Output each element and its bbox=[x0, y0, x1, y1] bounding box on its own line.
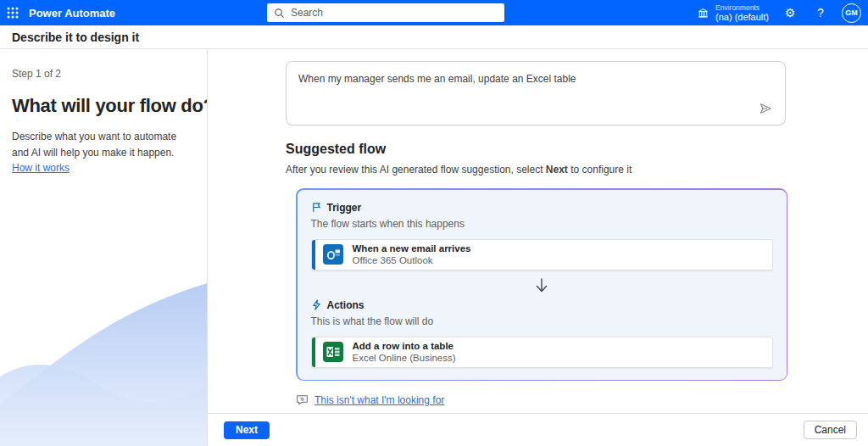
suggested-flow-card: Trigger The flow starts when this happen… bbox=[296, 188, 787, 381]
wizard-footer: Next Cancel bbox=[208, 413, 868, 446]
send-icon bbox=[758, 101, 773, 116]
office365-outlook-icon bbox=[323, 244, 343, 265]
how-it-works-link[interactable]: How it works bbox=[12, 162, 70, 174]
wizard-sidebar: Step 1 of 2 What will your flow do? Desc… bbox=[0, 49, 208, 446]
step-indicator: Step 1 of 2 bbox=[12, 68, 195, 80]
search-icon bbox=[274, 8, 285, 19]
page-header: Describe it to design it bbox=[0, 25, 868, 49]
environment-name: (na) (default) bbox=[715, 12, 769, 22]
action-connector-card[interactable]: Add a row into a table Excel Online (Bus… bbox=[311, 337, 773, 368]
suggested-flow-title: Suggested flow bbox=[286, 142, 868, 157]
actions-section-description: This is what the flow will do bbox=[311, 315, 773, 327]
environments-label: Environments bbox=[715, 3, 769, 12]
environment-icon bbox=[697, 7, 709, 20]
suggested-flow-subtitle: After you review this AI generated flow … bbox=[286, 164, 868, 176]
action-card-title: Add a row into a table bbox=[353, 340, 456, 352]
help-icon[interactable]: ? bbox=[811, 3, 830, 22]
trigger-card-subtitle: Office 365 Outlook bbox=[353, 254, 471, 266]
flow-description-text[interactable]: When my manager sends me an email, updat… bbox=[287, 62, 785, 97]
trigger-card-title: When a new email arrives bbox=[353, 243, 471, 254]
actions-section-label: Actions bbox=[327, 299, 364, 311]
trigger-connector-card[interactable]: When a new email arrives Office 365 Outl… bbox=[311, 239, 773, 270]
wizard-heading: What will your flow do? bbox=[12, 95, 195, 117]
excel-online-icon bbox=[323, 342, 343, 362]
page-title: Describe it to design it bbox=[12, 31, 139, 44]
flow-description-input[interactable]: When my manager sends me an email, updat… bbox=[286, 61, 786, 125]
flow-down-arrow-icon bbox=[535, 277, 548, 294]
trigger-flag-icon bbox=[311, 202, 322, 213]
trigger-section-description: The flow starts when this happens bbox=[311, 218, 773, 230]
search-input[interactable] bbox=[291, 7, 486, 19]
next-button[interactable]: Next bbox=[224, 421, 270, 439]
feedback-dislike-icon bbox=[296, 393, 309, 406]
cancel-button[interactable]: Cancel bbox=[804, 421, 857, 439]
action-card-subtitle: Excel Online (Business) bbox=[353, 352, 456, 364]
environment-picker[interactable]: Environments (na) (default) bbox=[697, 3, 769, 22]
trigger-accent-bar bbox=[312, 240, 315, 270]
user-avatar[interactable]: GM bbox=[842, 3, 861, 23]
top-app-bar: Power Automate Environments (na) (defaul… bbox=[0, 0, 868, 25]
main-content: When my manager sends me an email, updat… bbox=[208, 49, 868, 413]
action-accent-bar bbox=[312, 337, 315, 367]
global-search[interactable] bbox=[267, 3, 504, 22]
submit-description-button[interactable] bbox=[756, 99, 775, 118]
decorative-wave-graphic bbox=[0, 276, 208, 446]
settings-gear-icon[interactable]: ⚙ bbox=[781, 3, 799, 22]
app-title[interactable]: Power Automate bbox=[29, 7, 115, 20]
app-launcher-waffle-icon[interactable] bbox=[0, 0, 25, 25]
actions-lightning-icon bbox=[311, 299, 322, 310]
not-what-im-looking-for-link[interactable]: This isn't what I'm looking for bbox=[314, 394, 444, 406]
wizard-description: Describe what you want to automate and A… bbox=[12, 129, 193, 176]
trigger-section-label: Trigger bbox=[327, 202, 362, 214]
